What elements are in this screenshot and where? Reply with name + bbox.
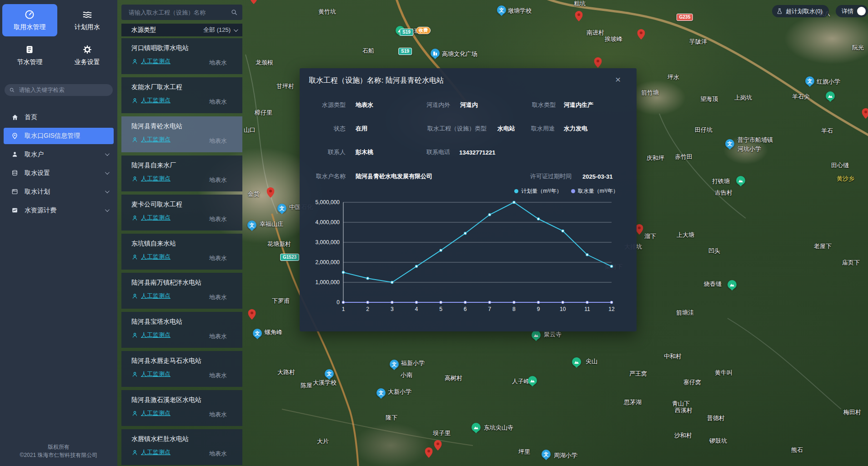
station-name: 陆河县自来水厂 (131, 161, 236, 170)
svg-text:4,000,000: 4,000,000 (316, 219, 340, 225)
sidebar-tile-water-saving[interactable]: 节水管理 (2, 39, 57, 71)
map-place-label: 坝子里 (433, 429, 451, 437)
station-list-item[interactable]: 东坑镇自来水站人工监测点地表水 (121, 234, 242, 270)
over-plan-intake-badge[interactable]: 超计划取水(0) (772, 5, 829, 17)
school-marker-icon[interactable]: 文 (542, 450, 551, 459)
station-list-item[interactable]: 陆河县青砼水电站人工监测点地表水 (121, 116, 242, 152)
map-place-label: 红旗小学 (817, 78, 840, 86)
map-place-label: 小南 (401, 371, 412, 379)
field-label: 联系电话 (426, 148, 450, 156)
station-name: 陆河县青砼水电站 (131, 122, 236, 130)
keyword-search-input[interactable] (18, 86, 108, 94)
mountain-marker-icon[interactable] (472, 423, 481, 432)
map-place-label: 黄竹坑 (318, 8, 336, 16)
svg-text:2: 2 (366, 306, 369, 312)
map-place-label: 隆下 (386, 414, 397, 422)
station-search-input[interactable] (128, 9, 231, 16)
mountain-marker-icon[interactable] (736, 176, 745, 185)
mountain-marker-icon[interactable] (826, 91, 835, 100)
sidebar-tile-business-settings[interactable]: 业务设置 (60, 39, 115, 71)
map-place-label: 芋陂洋 (689, 38, 707, 46)
water-source-type: 地表水 (209, 137, 227, 145)
map-pin-icon[interactable] (862, 108, 868, 120)
station-list-item[interactable]: 麦卡公司取水工程人工监测点地表水 (121, 195, 242, 230)
school-marker-icon[interactable]: 文 (725, 139, 734, 148)
station-list-item[interactable]: 陆河县激石溪老区水电站人工监测点地表水 (121, 390, 242, 426)
home-icon (11, 113, 19, 121)
station-list-item[interactable]: 陆河县南万镇杞洋水电站人工监测点地表水 (121, 273, 242, 309)
sidebar-item-water-users[interactable]: 取水户 (4, 146, 114, 163)
map-pin-icon[interactable] (636, 224, 643, 236)
mountain-marker-icon[interactable] (728, 280, 737, 289)
map-place-label: 梅田村 (843, 408, 861, 416)
station-list-item[interactable]: 河口镇唱歌潭水电站人工监测点地表水 (121, 38, 242, 74)
map-place-label: 挨坡峰 (605, 35, 622, 43)
school-marker-icon[interactable]: 文 (247, 220, 256, 230)
map-place-label: 聚云寺 (544, 331, 562, 339)
svg-text:8: 8 (512, 306, 516, 312)
tile-label: 节水管理 (17, 58, 42, 66)
details-toggle[interactable]: 详情 (836, 5, 868, 17)
map-place-label: 庙页下 (842, 259, 860, 267)
map-pin-icon[interactable] (248, 309, 256, 321)
station-list-item[interactable]: 陆河县水唇走马石水电站人工监测点地表水 (121, 351, 242, 387)
station-list-item[interactable]: 水唇镇水栏肚水电站人工监测点地表水 (121, 429, 242, 465)
map-pin-icon[interactable] (250, 0, 258, 5)
modal-title: 取水工程（设施）名称: 陆河县青砼水电站 (309, 76, 444, 85)
school-marker-icon[interactable]: 文 (253, 329, 262, 338)
school-marker-icon[interactable]: 文 (805, 76, 814, 85)
map-pin-icon[interactable] (425, 447, 433, 459)
gauge-icon (24, 9, 35, 20)
chevron-down-icon (105, 207, 110, 212)
school-marker-icon[interactable]: 文 (497, 5, 506, 15)
road-badge: G235 (677, 14, 693, 21)
mountain-marker-icon[interactable] (532, 331, 541, 340)
sidebar-item-intake-settings[interactable]: 取水设置 (4, 165, 114, 181)
map-place-label: 樟仔里 (255, 109, 272, 117)
person-icon (131, 293, 138, 300)
search-icon[interactable] (231, 9, 238, 16)
water-source-type: 地表水 (209, 176, 227, 184)
filter-dropdown[interactable]: 全部 (125) (203, 26, 237, 34)
chevron-down-icon (105, 151, 110, 156)
map-pin-icon[interactable] (637, 29, 645, 41)
station-list-item[interactable]: 陆河县宝塔水电站人工监测点地表水 (121, 312, 242, 348)
road-badge: G1523 (280, 254, 299, 261)
chevron-down-icon (234, 27, 238, 32)
map-place-label: 普宁市船埔镇 (738, 136, 773, 144)
map-place-label: 上岗坑 (734, 94, 752, 102)
map-place-label: 普德村 (707, 414, 725, 422)
map-pin-icon[interactable] (434, 440, 442, 452)
sidebar-item-intake-plan[interactable]: 取水计划 (4, 184, 114, 200)
sidebar-tile-planned-water[interactable]: 计划用水 (60, 4, 115, 36)
sidebar-item-intake-gis[interactable]: 取水口GIS信息管理 (4, 128, 114, 144)
tile-label: 取用水管理 (14, 23, 45, 31)
sidebar-item-water-billing[interactable]: 水资源计费 (4, 202, 114, 219)
map-pin-icon[interactable] (594, 57, 602, 69)
svg-text:0: 0 (336, 299, 340, 306)
station-list-item[interactable]: 友能水厂取水工程人工监测点地表水 (121, 77, 242, 113)
mountain-marker-icon[interactable] (528, 376, 537, 385)
sidebar-tile-water-intake-mgmt[interactable]: 取用水管理 (2, 4, 57, 36)
map-pin-icon[interactable] (575, 11, 583, 23)
school-marker-icon[interactable]: 文 (376, 388, 386, 397)
toggle-knob[interactable] (857, 7, 866, 15)
sidebar: 取用水管理计划用水节水管理业务设置 首页取水口GIS信息管理取水户取水设置取水计… (0, 0, 117, 466)
school-marker-icon[interactable]: 文 (277, 204, 286, 213)
mountain-marker-icon[interactable] (572, 357, 581, 366)
building-marker-icon[interactable] (431, 49, 440, 58)
water-source-type: 地表水 (209, 98, 227, 106)
svg-text:4: 4 (415, 306, 418, 312)
field-label: 河道内外 (426, 101, 450, 109)
sidebar-item-home[interactable]: 首页 (4, 109, 114, 125)
map-place-label: 老屋下 (814, 242, 832, 251)
road-badge: S19 (398, 48, 412, 55)
station-list-item[interactable]: 陆河县自来水厂人工监测点地表水 (121, 155, 242, 191)
map-pin-icon[interactable] (267, 187, 275, 199)
chart-icon (11, 206, 19, 214)
school-marker-icon[interactable]: 文 (325, 369, 334, 378)
close-icon[interactable]: × (615, 75, 621, 84)
school-marker-icon[interactable]: 文 (390, 360, 399, 369)
monitor-type: 人工监测点 (141, 253, 171, 261)
station-name: 陆河县水唇走马石水电站 (131, 357, 236, 365)
